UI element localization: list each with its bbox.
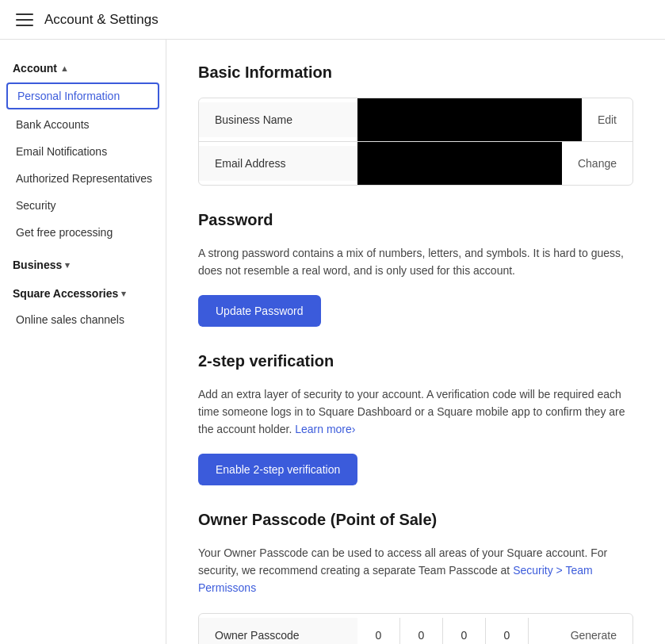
owner-passcode-section: Owner Passcode (Point of Sale) Your Owne… [198, 511, 633, 644]
change-email-button[interactable]: Change [562, 146, 633, 181]
passcode-digit-4: 0 [486, 618, 529, 645]
main-layout: Account ▲ Personal Information Bank Acco… [0, 40, 665, 644]
owner-passcode-row: Owner Passcode 0 0 0 0 Generate [199, 614, 633, 645]
enable-two-step-button[interactable]: Enable 2-step verification [198, 454, 357, 485]
update-password-button[interactable]: Update Password [198, 295, 321, 327]
main-content: Basic Information Business Name Edit Ema… [166, 40, 665, 644]
sidebar-item-email-notifications[interactable]: Email Notifications [0, 138, 166, 165]
generate-passcode-button[interactable]: Generate [555, 618, 633, 645]
email-address-value [357, 142, 562, 185]
password-title: Password [198, 211, 633, 229]
sidebar-business-label: Business [13, 259, 62, 271]
two-step-section: 2-step verification Add an extra layer o… [198, 352, 633, 485]
sidebar-square-accessories-section[interactable]: Square Accessories ▾ [0, 281, 166, 306]
passcode-digit-2: 0 [400, 618, 443, 645]
menu-icon[interactable] [16, 13, 33, 26]
sidebar-account-label: Account [13, 62, 57, 75]
email-address-row: Email Address Change [199, 142, 633, 185]
business-chevron-icon: ▾ [65, 260, 70, 270]
basic-info-table: Business Name Edit Email Address Change [198, 98, 633, 186]
password-section: Password A strong password contains a mi… [198, 211, 633, 327]
two-step-title: 2-step verification [198, 352, 633, 370]
app-header: Account & Settings [0, 0, 665, 40]
passcode-digits-container: 0 0 0 0 [357, 618, 555, 645]
sidebar-item-get-free-processing[interactable]: Get free processing [0, 219, 166, 246]
account-chevron-icon: ▲ [60, 63, 69, 73]
basic-info-title: Basic Information [198, 63, 633, 82]
owner-passcode-label: Owner Passcode [199, 618, 357, 645]
email-address-label: Email Address [199, 146, 357, 181]
password-description: A strong password contains a mix of numb… [198, 245, 633, 279]
sidebar: Account ▲ Personal Information Bank Acco… [0, 40, 166, 644]
learn-more-link[interactable]: Learn more› [295, 423, 355, 435]
sidebar-business-section[interactable]: Business ▾ [0, 252, 166, 278]
two-step-description: Add an extra layer of security to your a… [198, 386, 633, 438]
sidebar-item-security[interactable]: Security [0, 192, 166, 219]
passcode-digit-3: 0 [443, 618, 486, 645]
business-name-value [357, 98, 582, 141]
sidebar-item-personal-information[interactable]: Personal Information [6, 82, 159, 109]
passcode-digit-1: 0 [357, 618, 400, 645]
owner-passcode-table: Owner Passcode 0 0 0 0 Generate [198, 613, 633, 645]
business-name-row: Business Name Edit [199, 98, 633, 142]
owner-passcode-title: Owner Passcode (Point of Sale) [198, 511, 633, 529]
business-name-label: Business Name [199, 102, 357, 137]
sidebar-item-authorized-representatives[interactable]: Authorized Representatives [0, 165, 166, 192]
owner-passcode-description: Your Owner Passcode can be used to acces… [198, 545, 633, 596]
sidebar-item-online-sales-channels[interactable]: Online sales channels [0, 306, 166, 333]
edit-business-name-button[interactable]: Edit [582, 102, 633, 137]
sidebar-square-accessories-label: Square Accessories [13, 287, 118, 300]
sidebar-account-section[interactable]: Account ▲ [0, 56, 166, 81]
square-accessories-chevron-icon: ▾ [121, 289, 126, 299]
header-title: Account & Settings [44, 12, 159, 28]
sidebar-item-bank-accounts[interactable]: Bank Accounts [0, 111, 166, 138]
